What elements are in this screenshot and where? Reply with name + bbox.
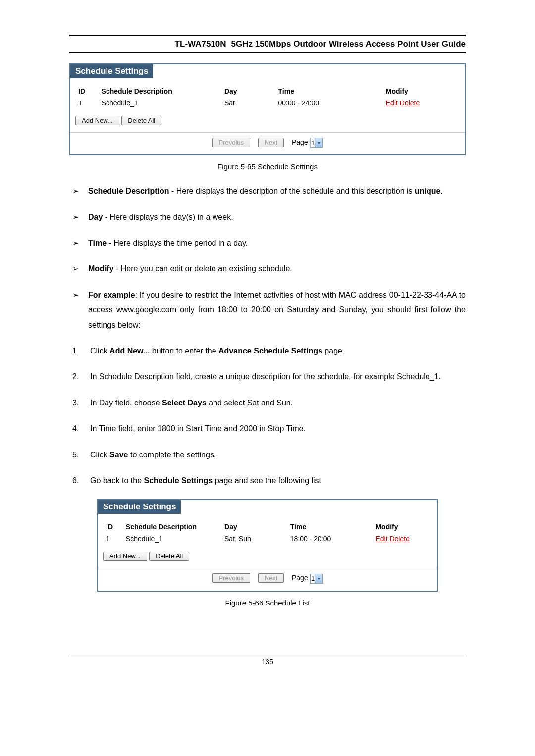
- term-text: - Here displays the day(s) in a week.: [103, 213, 233, 221]
- page-number: 135: [0, 658, 535, 666]
- step-number: 3.: [72, 396, 90, 410]
- step-bold: Advance Schedule Settings: [218, 347, 322, 355]
- term-label: Day: [88, 213, 103, 221]
- cell-desc: Schedule_1: [99, 97, 221, 109]
- step-number: 2.: [72, 369, 90, 384]
- cell-modify: Edit Delete: [373, 533, 432, 545]
- step-text: and select Sat and Sun.: [207, 399, 293, 407]
- step-text: button to enter the: [150, 347, 218, 355]
- step-text: Click: [90, 347, 109, 355]
- step-text: In Day field, choose: [90, 399, 162, 407]
- page-label: Page: [292, 574, 308, 582]
- delete-link[interactable]: Delete: [389, 535, 409, 543]
- footer-rule: [69, 655, 466, 655]
- col-day: Day: [221, 85, 275, 97]
- step-bold: Select Days: [162, 399, 207, 407]
- cell-modify: Edit Delete: [383, 97, 460, 109]
- step-text: In Time field, enter 1800 in Start Time …: [90, 424, 306, 433]
- bullet-icon: ➢: [72, 184, 88, 199]
- bullet-icon: ➢: [72, 288, 88, 333]
- schedule-table: ID Schedule Description Day Time Modify …: [103, 521, 432, 545]
- step-text: page.: [322, 347, 344, 355]
- cell-time: 00:00 - 24:00: [275, 97, 383, 109]
- term-text: - Here displays the description of the s…: [169, 187, 415, 195]
- page-label: Page: [292, 138, 308, 146]
- header-bottom-rule: [69, 52, 466, 53]
- list-item: 3. In Day field, choose Select Days and …: [72, 396, 466, 410]
- step-text: In Schedule Description field, create a …: [90, 372, 441, 381]
- col-desc: Schedule Description: [99, 85, 221, 97]
- schedule-settings-panel-2: Schedule Settings ID Schedule Descriptio…: [97, 499, 438, 591]
- figure-caption-2: Figure 5-66 Schedule List: [69, 599, 466, 607]
- step-number: 1.: [72, 344, 90, 358]
- list-item: ➢ Day - Here displays the day(s) in a we…: [72, 210, 466, 225]
- term-tail-bold: unique: [415, 187, 440, 195]
- panel-title: Schedule Settings: [98, 500, 181, 514]
- col-modify: Modify: [383, 85, 460, 97]
- step-bold: Save: [109, 451, 128, 459]
- list-item: ➢ Modify - Here you can edit or delete a…: [72, 261, 466, 276]
- bullet-icon: ➢: [72, 236, 88, 251]
- col-desc: Schedule Description: [123, 521, 221, 533]
- add-new-button[interactable]: Add New...: [103, 552, 147, 561]
- step-number: 5.: [72, 448, 90, 462]
- previous-button[interactable]: Prevoius: [212, 573, 250, 583]
- table-row: 1 Schedule_1 Sat 00:00 - 24:00 Edit Dele…: [75, 97, 460, 109]
- add-new-button[interactable]: Add New...: [75, 116, 119, 125]
- step-bold: Add New...: [109, 347, 150, 355]
- cell-day: Sat: [221, 97, 275, 109]
- list-item: 1. Click Add New... button to enter the …: [72, 344, 466, 358]
- col-id: ID: [103, 521, 123, 533]
- panel-title: Schedule Settings: [70, 64, 153, 78]
- definition-list: ➢ Schedule Description - Here displays t…: [72, 184, 466, 333]
- term-text: - Here displays the time period in a day…: [107, 239, 248, 247]
- cell-time: 18:00 - 20:00: [287, 533, 373, 545]
- page-header: TL-WA7510N 5GHz 150Mbps Outdoor Wireless…: [69, 35, 466, 53]
- example-label: For example: [88, 291, 135, 299]
- list-item: 2. In Schedule Description field, create…: [72, 369, 466, 384]
- list-item: ➢ For example: If you desire to restrict…: [72, 288, 466, 333]
- bullet-icon: ➢: [72, 261, 88, 276]
- col-time: Time: [287, 521, 373, 533]
- chevron-down-icon[interactable]: ▾: [315, 574, 322, 583]
- term-label: Time: [88, 239, 107, 247]
- step-text: to complete the settings.: [128, 451, 216, 459]
- header-top-rule: [69, 35, 466, 36]
- example-text: : If you desire to restrict the Internet…: [88, 291, 466, 329]
- step-number: 6.: [72, 473, 90, 488]
- next-button[interactable]: Next: [258, 573, 284, 583]
- delete-link[interactable]: Delete: [400, 99, 420, 107]
- edit-link[interactable]: Edit: [375, 535, 387, 543]
- delete-all-button[interactable]: Delete All: [121, 116, 161, 125]
- schedule-settings-panel-1: Schedule Settings ID Schedule Descriptio…: [69, 63, 466, 155]
- list-item: ➢ Schedule Description - Here displays t…: [72, 184, 466, 199]
- cell-id: 1: [75, 97, 99, 109]
- cell-day: Sat, Sun: [221, 533, 287, 545]
- edit-link[interactable]: Edit: [386, 99, 398, 107]
- previous-button[interactable]: Prevoius: [212, 138, 250, 147]
- header-title: 5GHz 150Mbps Outdoor Wireless Access Poi…: [231, 39, 466, 49]
- step-text: page and see the following list: [213, 476, 321, 485]
- next-button[interactable]: Next: [258, 138, 284, 147]
- col-modify: Modify: [373, 521, 432, 533]
- list-item: 6. Go back to the Schedule Settings page…: [72, 473, 466, 488]
- list-item: ➢ Time - Here displays the time period i…: [72, 236, 466, 251]
- schedule-table: ID Schedule Description Day Time Modify …: [75, 85, 460, 109]
- chevron-down-icon[interactable]: ▾: [315, 138, 322, 147]
- step-number: 4.: [72, 421, 90, 436]
- term-text: - Here you can edit or delete an existin…: [114, 264, 292, 273]
- cell-id: 1: [103, 533, 123, 545]
- list-item: 5. Click Save to complete the settings.: [72, 448, 466, 462]
- col-day: Day: [221, 521, 287, 533]
- step-text: Click: [90, 451, 109, 459]
- cell-desc: Schedule_1: [123, 533, 221, 545]
- step-text: Go back to the: [90, 476, 144, 485]
- col-id: ID: [75, 85, 99, 97]
- steps-list: 1. Click Add New... button to enter the …: [72, 344, 466, 488]
- delete-all-button[interactable]: Delete All: [149, 552, 189, 561]
- term-label: Modify: [88, 264, 114, 273]
- term-text-after: .: [440, 187, 442, 195]
- table-row: 1 Schedule_1 Sat, Sun 18:00 - 20:00 Edit…: [103, 533, 432, 545]
- col-time: Time: [275, 85, 383, 97]
- step-bold: Schedule Settings: [144, 476, 213, 485]
